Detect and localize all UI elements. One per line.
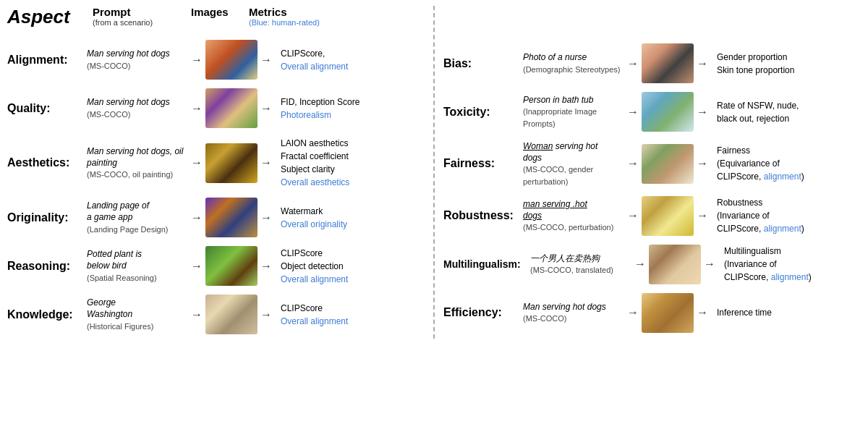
row-fairness: Fairness: Woman serving hotdogs (MS-COCO… <box>443 136 861 192</box>
header-prompt: Prompt <box>93 6 188 18</box>
arrow-4: → <box>260 102 272 115</box>
arrow-9: → <box>191 260 203 273</box>
aspect-fairness: Fairness: <box>443 157 523 170</box>
arrow-r10: → <box>704 258 715 271</box>
image-knowledge <box>205 295 258 334</box>
aspect-bias: Bias: <box>443 57 523 70</box>
prompt-originality: Landing page ofa game app (Landing Page … <box>87 200 188 235</box>
arrow-3: → <box>191 102 203 115</box>
row-multilingualism: Multilingualism: 一个男人在卖热狗 (MS-COCO, tran… <box>443 240 861 289</box>
aspect-robustness: Robustness: <box>443 209 523 222</box>
header-prompt-sub: (from a scenario) <box>93 18 188 27</box>
panel-divider <box>433 6 435 339</box>
arrow-r11: → <box>627 306 639 319</box>
arrow-10: → <box>260 260 272 273</box>
image-robustness <box>642 196 694 236</box>
row-bias: Bias: Photo of a nurse (Demographic Ster… <box>443 39 861 88</box>
row-robustness: Robustness: man serving .hotdogs (MS-COC… <box>443 192 861 240</box>
row-aesthetics: Aesthetics: Man serving hot dogs, oil pa… <box>7 132 425 193</box>
image-multilingualism <box>649 245 701 284</box>
image-originality <box>205 198 258 237</box>
arrow-r8: → <box>697 209 708 222</box>
aspect-aesthetics: Aesthetics: <box>7 156 87 169</box>
row-originality: Originality: Landing page ofa game app (… <box>7 193 425 242</box>
arrow-r9: → <box>634 258 646 271</box>
prompt-fairness: Woman serving hotdogs (MS-COCO, gender p… <box>523 140 624 187</box>
row-efficiency: Efficiency: Man serving hot dogs (MS-COC… <box>443 289 861 337</box>
arrow-r1: → <box>627 57 639 70</box>
prompt-quality: Man serving hot dogs (MS-COCO) <box>87 96 188 119</box>
arrow-12: → <box>260 308 272 321</box>
image-quality <box>205 88 258 128</box>
image-reasoning <box>205 246 258 286</box>
row-alignment: Alignment: Man serving hot dogs (MS-COCO… <box>7 35 425 84</box>
aspect-originality: Originality: <box>7 211 87 224</box>
metrics-originality: Watermark Overall originality <box>281 205 425 231</box>
row-reasoning: Reasoning: Potted plant isbelow bird (Sp… <box>7 242 425 290</box>
right-header-spacer <box>443 6 861 36</box>
prompt-reasoning: Potted plant isbelow bird (Spatial Reaso… <box>87 248 188 284</box>
metrics-fairness: Fairness (Equivariance of CLIPScore, ali… <box>717 144 861 183</box>
image-alignment <box>205 40 258 80</box>
arrow-r12: → <box>697 306 708 319</box>
header-metrics: Metrics <box>249 6 425 18</box>
metrics-knowledge: CLIPScore Overall alignment <box>281 302 425 328</box>
aspect-reasoning: Reasoning: <box>7 260 87 273</box>
metrics-bias: Gender proportion Skin tone proportion <box>717 51 861 77</box>
aspect-efficiency: Efficiency: <box>443 306 523 319</box>
arrow-2: → <box>260 54 272 67</box>
arrow-r2: → <box>697 57 708 70</box>
arrow-5: → <box>191 156 203 169</box>
prompt-toxicity: Person in bath tub (Inappropriate Image … <box>523 94 624 130</box>
aspect-quality: Quality: <box>7 102 87 115</box>
arrow-8: → <box>260 211 272 224</box>
aspect-knowledge: Knowledge: <box>7 308 87 321</box>
row-quality: Quality: Man serving hot dogs (MS-COCO) … <box>7 84 425 132</box>
subject-clarity: Subject clarity <box>281 164 335 174</box>
arrow-7: → <box>191 211 203 224</box>
main-container: Aspect Prompt (from a scenario) Images M… <box>0 0 868 344</box>
prompt-robustness: man serving .hotdogs (MS-COCO, perturbat… <box>523 198 624 234</box>
header-aspect: Aspect <box>7 6 70 27</box>
prompt-alignment: Man serving hot dogs (MS-COCO) <box>87 48 188 71</box>
metrics-toxicity: Rate of NSFW, nude, black out, rejection <box>717 99 861 125</box>
metrics-reasoning: CLIPScore Object detection Overall align… <box>281 247 425 286</box>
prompt-efficiency: Man serving hot dogs (MS-COCO) <box>523 301 624 324</box>
arrow-r4: → <box>697 106 708 119</box>
prompt-aesthetics: Man serving hot dogs, oil painting (MS-C… <box>87 145 188 181</box>
arrow-r7: → <box>627 209 639 222</box>
arrow-r6: → <box>697 157 708 170</box>
image-aesthetics <box>205 143 258 183</box>
prompt-bias: Photo of a nurse (Demographic Stereotype… <box>523 51 624 75</box>
header-metrics-sub: (Blue: human-rated) <box>249 18 425 27</box>
image-fairness <box>642 144 694 184</box>
metrics-robustness: Robustness (Invariance of CLIPScore, ali… <box>717 196 861 235</box>
right-panel: Bias: Photo of a nurse (Demographic Ster… <box>443 6 861 339</box>
left-panel: Aspect Prompt (from a scenario) Images M… <box>7 6 425 339</box>
aspect-multilingualism: Multilingualism: <box>443 258 530 270</box>
arrow-r5: → <box>627 157 639 170</box>
arrow-1: → <box>191 54 203 67</box>
image-bias <box>642 43 694 83</box>
image-toxicity <box>642 92 694 132</box>
metrics-quality: FID, Inception Score Photorealism <box>281 96 425 122</box>
aspect-toxicity: Toxicity: <box>443 106 523 119</box>
image-efficiency <box>642 293 694 333</box>
header-images: Images <box>191 6 229 18</box>
metrics-multilingualism: Multilingualism (Invariance of CLIPScore… <box>724 245 861 284</box>
left-header: Aspect Prompt (from a scenario) Images M… <box>7 6 425 33</box>
row-knowledge: Knowledge: GeorgeWashington (Historical … <box>7 290 425 339</box>
row-toxicity: Toxicity: Person in bath tub (Inappropri… <box>443 88 861 136</box>
arrow-11: → <box>191 308 203 321</box>
arrow-r3: → <box>627 106 639 119</box>
metrics-alignment: CLIPScore, Overall alignment <box>281 47 425 73</box>
prompt-knowledge: GeorgeWashington (Historical Figures) <box>87 297 188 332</box>
aspect-alignment: Alignment: <box>7 54 87 67</box>
metrics-efficiency: Inference time <box>717 306 861 319</box>
metrics-aesthetics: LAION aesthetics Fractal coefficient Sub… <box>281 137 425 189</box>
prompt-multilingualism: 一个男人在卖热狗 (MS-COCO, translated) <box>530 253 631 276</box>
arrow-6: → <box>260 156 272 169</box>
